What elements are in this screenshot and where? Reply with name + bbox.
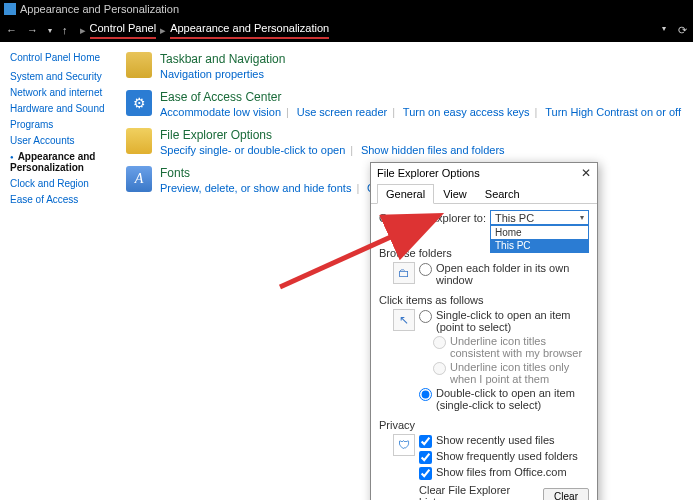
radio-underline-point xyxy=(433,362,446,375)
link[interactable]: Turn High Contrast on or off xyxy=(545,106,681,118)
combo-dropdown: Home This PC xyxy=(490,225,589,253)
breadcrumb[interactable]: ▸ Control Panel ▸ Appearance and Persona… xyxy=(80,22,330,39)
refresh-button[interactable]: ⟳ xyxy=(678,24,687,37)
navbar: ← → ▾ ↑ ▸ Control Panel ▸ Appearance and… xyxy=(0,18,693,42)
taskbar-icon xyxy=(126,52,152,78)
app-icon xyxy=(4,3,16,15)
back-button[interactable]: ← xyxy=(6,24,17,36)
click-icon: ↖ xyxy=(393,309,415,331)
combo-selected: This PC xyxy=(495,212,534,224)
sidebar-item-system[interactable]: System and Security xyxy=(10,71,120,82)
open-to-label: Open File Explorer to: xyxy=(379,212,486,224)
folder-icon: 🗀 xyxy=(393,262,415,284)
privacy-label: Privacy xyxy=(379,419,589,431)
window-titlebar: Appearance and Personalization xyxy=(0,0,693,18)
address-dropdown[interactable]: ▾ xyxy=(662,24,666,37)
chevron-down-icon: ▾ xyxy=(580,213,584,222)
link[interactable]: Specify single- or double-click to open xyxy=(160,144,345,156)
tab-view[interactable]: View xyxy=(434,184,476,204)
link[interactable]: Use screen reader xyxy=(297,106,388,118)
link[interactable]: Navigation properties xyxy=(160,68,264,80)
forward-button[interactable]: → xyxy=(27,24,38,36)
window-title: Appearance and Personalization xyxy=(20,3,179,15)
clear-history-label: Clear File Explorer history xyxy=(419,484,543,500)
cat-taskbar: Taskbar and Navigation Navigation proper… xyxy=(126,52,683,80)
dialog-titlebar[interactable]: File Explorer Options ✕ xyxy=(371,163,597,183)
link[interactable]: Accommodate low vision xyxy=(160,106,281,118)
ease-icon: ⚙ xyxy=(126,90,152,116)
cat-ease: ⚙ Ease of Access Center Accommodate low … xyxy=(126,90,683,118)
sidebar-item-ease[interactable]: Ease of Access xyxy=(10,194,120,205)
cat-title[interactable]: Ease of Access Center xyxy=(160,90,681,104)
sidebar-item-network[interactable]: Network and internet xyxy=(10,87,120,98)
cat-explorer: File Explorer Options Specify single- or… xyxy=(126,128,683,156)
chk-office-files[interactable] xyxy=(419,467,432,480)
dialog-tabs: General View Search xyxy=(371,183,597,204)
cat-title[interactable]: File Explorer Options xyxy=(160,128,505,142)
click-label: Click items as follows xyxy=(379,294,589,306)
close-icon[interactable]: ✕ xyxy=(581,166,591,180)
crumb-control-panel[interactable]: Control Panel xyxy=(90,22,157,39)
radio-own-window[interactable] xyxy=(419,263,432,276)
crumb-current[interactable]: Appearance and Personalization xyxy=(170,22,329,39)
sidebar-item-users[interactable]: User Accounts xyxy=(10,135,120,146)
privacy-icon: 🛡 xyxy=(393,434,415,456)
tab-general[interactable]: General xyxy=(377,184,434,204)
link[interactable]: Preview, delete, or show and hide fonts xyxy=(160,182,351,194)
radio-underline-browser xyxy=(433,336,446,349)
clear-button[interactable]: Clear xyxy=(543,488,589,501)
dialog-title: File Explorer Options xyxy=(377,167,480,179)
open-to-combo[interactable]: This PC ▾ Home This PC xyxy=(490,210,589,225)
chk-recent-files[interactable] xyxy=(419,435,432,448)
sidebar: Control Panel Home System and Security N… xyxy=(0,42,120,500)
link[interactable]: Show hidden files and folders xyxy=(361,144,505,156)
sidebar-item-programs[interactable]: Programs xyxy=(10,119,120,130)
radio-double-click[interactable] xyxy=(419,388,432,401)
tab-search[interactable]: Search xyxy=(476,184,529,204)
file-explorer-options-dialog: File Explorer Options ✕ General View Sea… xyxy=(370,162,598,500)
sidebar-item-hardware[interactable]: Hardware and Sound xyxy=(10,103,120,114)
sidebar-item-appearance[interactable]: Appearance and Personalization xyxy=(10,151,120,173)
link[interactable]: Turn on easy access keys xyxy=(403,106,530,118)
combo-option-home[interactable]: Home xyxy=(491,226,588,239)
recent-button[interactable]: ▾ xyxy=(48,26,52,35)
up-button[interactable]: ↑ xyxy=(62,24,68,36)
combo-option-thispc[interactable]: This PC xyxy=(491,239,588,252)
explorer-icon xyxy=(126,128,152,154)
fonts-icon: A xyxy=(126,166,152,192)
sidebar-home[interactable]: Control Panel Home xyxy=(10,52,120,63)
nav-arrows: ← → ▾ ↑ xyxy=(6,24,68,36)
sidebar-item-clock[interactable]: Clock and Region xyxy=(10,178,120,189)
cat-title[interactable]: Taskbar and Navigation xyxy=(160,52,285,66)
radio-single-click[interactable] xyxy=(419,310,432,323)
chk-frequent-folders[interactable] xyxy=(419,451,432,464)
